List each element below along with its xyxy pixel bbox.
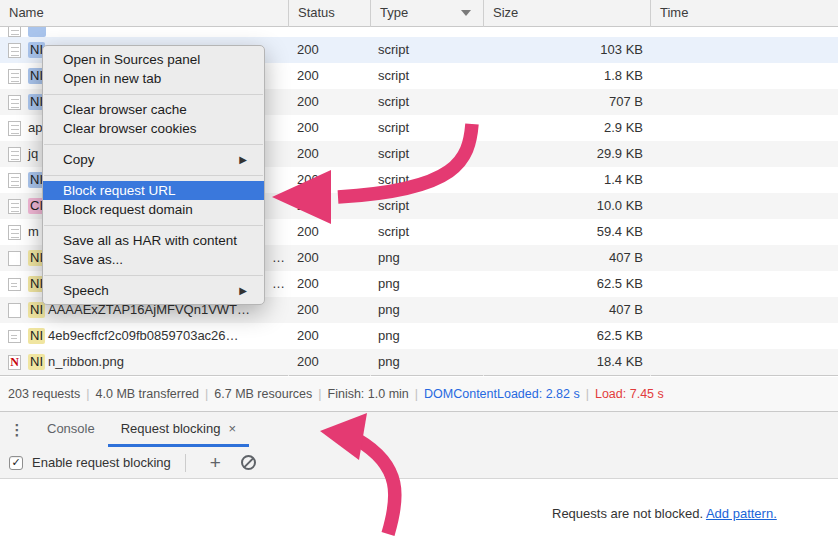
table-row-partial[interactable] — [0, 27, 838, 37]
name-highlight: NI — [28, 302, 45, 318]
enable-blocking-label: Enable request blocking — [32, 455, 171, 470]
summary-separator: | — [80, 387, 95, 401]
truncation-ellipsis: … — [272, 271, 285, 297]
type-cell: png — [370, 271, 483, 297]
context-menu: Open in Sources panelOpen in new tabClea… — [42, 45, 265, 305]
table-row[interactable]: NI 4eb9ecffcf2c09fb0859703ac26… 200 png … — [0, 323, 838, 349]
type-cell: script — [370, 89, 483, 115]
column-header-name[interactable]: Name — [0, 0, 288, 27]
status-cell: 200 — [288, 167, 370, 193]
request-blocking-toolbar: ✓ Enable request blocking + — [0, 447, 838, 479]
menu-item-save-as[interactable]: Save as... — [43, 250, 264, 269]
type-cell: png — [370, 349, 483, 375]
menu-item-open-in-sources-panel[interactable]: Open in Sources panel — [43, 50, 264, 69]
menu-item-save-all-as-har-with-content[interactable]: Save all as HAR with content — [43, 231, 264, 250]
empty-state-message: Requests are not blocked. Add pattern. — [552, 506, 777, 521]
file-icon — [8, 147, 21, 162]
status-cell: 200 — [288, 115, 370, 141]
time-cell — [650, 115, 838, 141]
time-cell — [650, 271, 838, 297]
summary-separator: | — [199, 387, 214, 401]
type-cell: script — [370, 63, 483, 89]
file-icon — [8, 27, 21, 37]
request-blocking-content: Requests are not blocked. Add pattern. — [0, 480, 838, 554]
table-row[interactable]: N NI n_ribbon.png 200 png 18.4 KB — [0, 349, 838, 375]
summary-item: 6.7 MB resources — [214, 387, 312, 401]
devtools-window: Name Status Type Size Time NI 200 script… — [0, 0, 838, 554]
column-header-size[interactable]: Size — [483, 0, 650, 27]
name-cell: N NI n_ribbon.png — [0, 349, 288, 375]
request-name: jq — [28, 141, 38, 167]
menu-item-clear-browser-cache[interactable]: Clear browser cache — [43, 100, 264, 119]
size-cell: 407 B — [483, 297, 650, 323]
enable-blocking-checkbox[interactable]: ✓ — [9, 456, 23, 470]
time-cell — [650, 245, 838, 271]
close-tab-icon[interactable]: × — [228, 421, 236, 436]
time-cell — [650, 37, 838, 63]
status-cell: 200 — [288, 63, 370, 89]
size-cell: 59.4 KB — [483, 219, 650, 245]
time-cell — [650, 219, 838, 245]
menu-item-speech[interactable]: Speech▶ — [43, 281, 264, 300]
menu-separator — [44, 175, 263, 176]
size-cell: 18.4 KB — [483, 349, 650, 375]
size-cell: 10.0 KB — [483, 193, 650, 219]
request-name: 4eb9ecffcf2c09fb0859703ac26… — [48, 323, 239, 349]
type-cell: script — [370, 193, 483, 219]
tab-console[interactable]: Console — [34, 412, 108, 447]
status-cell: 200 — [288, 219, 370, 245]
remove-all-patterns-icon[interactable] — [241, 455, 256, 470]
drawer-menu-icon[interactable]: ⋮ — [0, 412, 34, 447]
request-name: m — [28, 219, 39, 245]
time-cell — [650, 323, 838, 349]
column-header-time[interactable]: Time — [650, 0, 838, 27]
summary-separator: | — [312, 387, 327, 401]
drawer-tab-bar: ⋮ Console Request blocking × — [0, 412, 838, 447]
name-highlight: NI — [28, 328, 45, 344]
menu-item-copy[interactable]: Copy▶ — [43, 150, 264, 169]
file-icon: N — [8, 355, 21, 370]
file-icon — [8, 199, 21, 214]
column-header-status[interactable]: Status — [288, 0, 370, 27]
table-header-row: Name Status Type Size Time — [0, 0, 838, 27]
truncation-ellipsis: … — [272, 245, 285, 271]
menu-separator — [44, 275, 263, 276]
type-cell: png — [370, 245, 483, 271]
menu-item-open-in-new-tab[interactable]: Open in new tab — [43, 69, 264, 88]
size-cell: 2.9 KB — [483, 115, 650, 141]
time-cell — [650, 167, 838, 193]
column-header-type[interactable]: Type — [370, 0, 483, 27]
type-cell: script — [370, 37, 483, 63]
summary-separator: | — [409, 387, 424, 401]
file-icon — [8, 251, 21, 266]
type-filter-icon[interactable] — [461, 10, 471, 16]
file-icon — [8, 95, 21, 110]
menu-item-clear-browser-cookies[interactable]: Clear browser cookies — [43, 119, 264, 138]
request-name: ap — [28, 115, 42, 141]
time-cell — [650, 349, 838, 375]
status-cell: 200 — [288, 323, 370, 349]
time-cell — [650, 141, 838, 167]
summary-separator: | — [580, 387, 595, 401]
status-cell: 200 — [288, 297, 370, 323]
status-cell: 200 — [288, 141, 370, 167]
type-cell: script — [370, 141, 483, 167]
menu-item-block-request-domain[interactable]: Block request domain — [43, 200, 264, 219]
name-highlight: NI — [28, 354, 45, 370]
file-icon — [8, 330, 21, 343]
request-name: n_ribbon.png — [48, 349, 124, 375]
summary-item[interactable]: DOMContentLoaded: 2.82 s — [424, 387, 580, 401]
file-icon — [8, 303, 21, 318]
add-pattern-link[interactable]: Add pattern. — [706, 506, 777, 521]
status-cell: 200 — [288, 193, 370, 219]
name-highlight — [28, 27, 46, 37]
menu-item-block-request-url[interactable]: Block request URL — [43, 181, 264, 200]
tab-request-blocking[interactable]: Request blocking × — [108, 412, 249, 447]
menu-separator — [44, 225, 263, 226]
menu-separator — [44, 94, 263, 95]
size-cell: 1.8 KB — [483, 63, 650, 89]
status-cell: 200 — [288, 271, 370, 297]
file-icon — [8, 69, 21, 84]
summary-item[interactable]: Load: 7.45 s — [595, 387, 664, 401]
add-pattern-icon[interactable]: + — [200, 453, 231, 472]
